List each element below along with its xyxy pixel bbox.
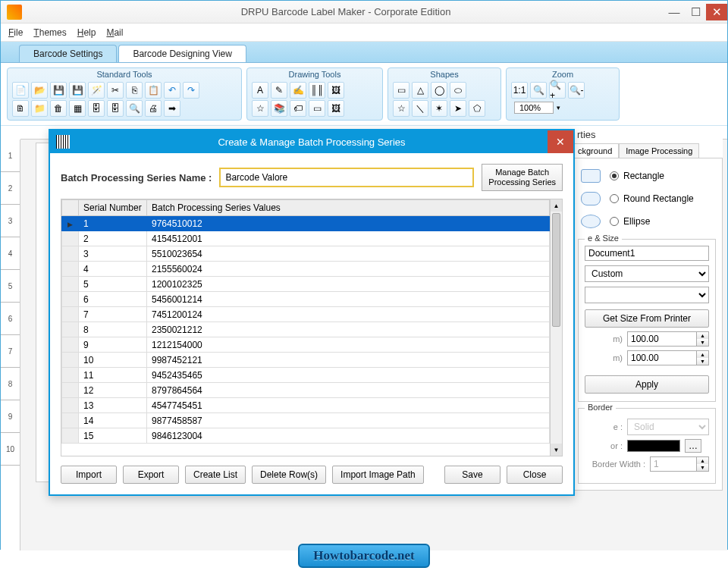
row-header[interactable] [62, 428, 79, 444]
close-button[interactable]: ✕ [706, 4, 727, 20]
row-header[interactable] [62, 337, 79, 353]
import-image-path-button[interactable]: Import Image Path [332, 466, 424, 484]
apply-button[interactable]: Apply [585, 375, 709, 394]
row-header[interactable] [62, 292, 79, 307]
height-down-icon[interactable]: ▼ [697, 358, 708, 365]
new-icon[interactable]: 📄 [12, 82, 29, 99]
cell-serial[interactable]: 3 [79, 246, 147, 262]
cell-serial[interactable]: 13 [79, 398, 147, 413]
export-db-icon[interactable]: 🗄 [107, 100, 124, 117]
image-icon[interactable]: 🖼 [328, 82, 344, 99]
manage-batch-button[interactable]: Manage Batch Processing Series [482, 164, 563, 191]
new-label-icon[interactable]: 🗎 [12, 100, 29, 117]
save-as-icon[interactable]: 💾 [69, 82, 86, 99]
tab-designing-view[interactable]: Barcode Designing View [118, 45, 246, 62]
watermark-icon[interactable]: 🏷 [290, 100, 306, 117]
library-icon[interactable]: 📚 [271, 100, 287, 117]
radio-round-rectangle[interactable] [610, 194, 619, 203]
cell-serial[interactable]: 9 [79, 337, 147, 353]
cell-serial[interactable]: 11 [79, 368, 147, 383]
tab-background[interactable]: ckground [571, 143, 619, 158]
zoom-actual-icon[interactable]: 🔍 [530, 82, 547, 99]
row-header[interactable] [62, 398, 79, 413]
circle-icon[interactable]: ◯ [431, 82, 447, 99]
burst-icon[interactable]: ✶ [431, 100, 447, 117]
scroll-thumb[interactable] [552, 213, 560, 327]
cell-value[interactable]: 1212154000 [147, 337, 550, 353]
row-header[interactable] [62, 353, 79, 368]
col-series-values[interactable]: Batch Processing Series Values [147, 200, 550, 216]
table-row[interactable]: 24154512001 [62, 231, 550, 246]
arrowshape-icon[interactable]: ➤ [450, 100, 466, 117]
cell-serial[interactable]: 12 [79, 383, 147, 398]
signature-icon[interactable]: ✍ [290, 82, 306, 99]
print-icon[interactable]: 🖨 [145, 100, 162, 117]
table-row[interactable]: 109987452121 [62, 353, 550, 368]
cell-value[interactable]: 2155560024 [147, 262, 550, 277]
grid-icon[interactable]: ▦ [69, 100, 86, 117]
save-icon[interactable]: 💾 [50, 82, 67, 99]
gallery-icon[interactable]: 🖼 [328, 100, 344, 117]
menu-themes[interactable]: Themes [33, 27, 66, 38]
table-row[interactable]: 82350021212 [62, 322, 550, 337]
export-button[interactable]: Export [123, 466, 179, 484]
table-row[interactable]: 77451200124 [62, 307, 550, 322]
cell-serial[interactable]: 14 [79, 413, 147, 428]
cell-value[interactable]: 2350021212 [147, 322, 550, 337]
cut-icon[interactable]: ✂ [107, 82, 124, 99]
table-row[interactable]: 19764510012 [62, 216, 550, 231]
zoom-in-icon[interactable]: 🔍+ [549, 82, 566, 99]
text-icon[interactable]: A [252, 82, 268, 99]
cell-value[interactable]: 9877458587 [147, 413, 550, 428]
align-icon[interactable]: ▭ [309, 100, 325, 117]
database-icon[interactable]: 🗄 [88, 100, 105, 117]
cell-value[interactable]: 1200102325 [147, 277, 550, 292]
menu-help[interactable]: Help [77, 27, 96, 38]
line-icon[interactable]: ＼ [412, 100, 428, 117]
table-row[interactable]: 159846123004 [62, 428, 550, 444]
bw-down-icon[interactable]: ▼ [697, 464, 708, 471]
cell-value[interactable]: 9846123004 [147, 428, 550, 444]
bw-up-icon[interactable]: ▲ [697, 457, 708, 464]
row-header[interactable] [62, 262, 79, 277]
size-preset-select[interactable] [585, 287, 709, 303]
row-header[interactable] [62, 368, 79, 383]
maximize-button[interactable]: ☐ [685, 4, 706, 20]
cell-serial[interactable]: 15 [79, 428, 147, 444]
width-input[interactable] [627, 331, 697, 347]
tab-barcode-settings[interactable]: Barcode Settings [19, 45, 117, 62]
star-tool-icon[interactable]: ☆ [252, 100, 268, 117]
tab-image-processing[interactable]: Image Processing [619, 143, 699, 158]
pencil-icon[interactable]: ✎ [271, 82, 287, 99]
zoom-select[interactable]: 100% [514, 102, 554, 114]
scroll-down-icon[interactable]: ▼ [551, 444, 562, 456]
cell-serial[interactable]: 8 [79, 322, 147, 337]
border-color-picker-button[interactable]: … [685, 439, 701, 453]
paste-icon[interactable]: 📋 [145, 82, 162, 99]
cell-value[interactable]: 4154512001 [147, 231, 550, 246]
cell-value[interactable]: 9452435465 [147, 368, 550, 383]
rectangle-icon[interactable]: ▭ [393, 82, 410, 99]
width-up-icon[interactable]: ▲ [697, 332, 708, 339]
radio-rectangle[interactable] [610, 171, 619, 180]
document-name-input[interactable] [585, 246, 709, 261]
height-input[interactable] [627, 350, 697, 365]
chevron-down-icon[interactable]: ▾ [557, 104, 560, 111]
print-preview-icon[interactable]: 🔍 [126, 100, 143, 117]
close-dialog-button[interactable]: Close [507, 466, 563, 484]
row-header[interactable] [62, 322, 79, 337]
table-row[interactable]: 149877458587 [62, 413, 550, 428]
cell-serial[interactable]: 4 [79, 262, 147, 277]
row-header[interactable] [62, 413, 79, 428]
cell-value[interactable]: 9764510012 [147, 216, 550, 231]
row-header[interactable] [62, 307, 79, 322]
table-row[interactable]: 128797864564 [62, 383, 550, 398]
menu-mail[interactable]: Mail [106, 27, 123, 38]
row-header[interactable] [62, 277, 79, 292]
redo-icon[interactable]: ↷ [183, 82, 199, 99]
open-icon[interactable]: 📂 [31, 82, 48, 99]
cell-value[interactable]: 4547745451 [147, 398, 550, 413]
cell-value[interactable]: 9987452121 [147, 353, 550, 368]
pentagon-icon[interactable]: ⬠ [469, 100, 485, 117]
row-header[interactable] [62, 246, 79, 262]
